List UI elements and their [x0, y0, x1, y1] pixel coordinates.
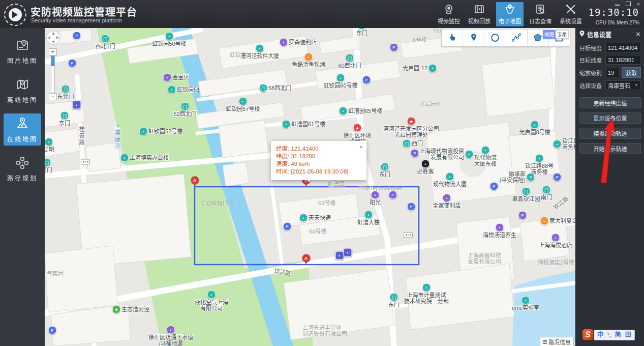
map-poi-icon[interactable]: ★	[353, 124, 362, 132]
map-poi-icon[interactable]: ▪	[522, 296, 530, 305]
map-type-map[interactable]: 地图	[543, 30, 556, 39]
map-poi-icon[interactable]: 门	[259, 84, 268, 93]
map-poi-icon[interactable]: ▪	[551, 234, 560, 242]
map-poi-icon[interactable]: ▪	[299, 214, 308, 222]
simulate-track-button[interactable]: 模拟运动轨迹	[579, 128, 641, 139]
zoom-in-button[interactable]: +	[49, 48, 57, 55]
zoom-slider[interactable]	[51, 55, 55, 93]
map-poi-icon[interactable]: P	[48, 326, 57, 335]
map-poi-icon[interactable]: ▪	[256, 44, 264, 53]
map-poi-icon[interactable]: ¥	[527, 173, 535, 182]
sidebar-item-online-map[interactable]: 在线地图	[4, 113, 41, 146]
map-poi-icon[interactable]: ▪	[120, 154, 129, 162]
nav-e-map[interactable]: 电子地图	[496, 2, 524, 26]
map-poi-icon[interactable]: ▪	[139, 127, 148, 136]
traffic-light-icon[interactable]	[81, 159, 90, 165]
map-poi-icon[interactable]: ▪	[165, 32, 174, 41]
show-device-position-button[interactable]: 显示设备位置	[579, 112, 641, 124]
zoom-level-input[interactable]: 19	[605, 68, 620, 77]
ime-punctuation-mode[interactable]: °,	[607, 330, 611, 340]
map-poi-icon[interactable]: ▪	[531, 121, 539, 129]
map-poi-icon[interactable]: ▪	[465, 150, 474, 159]
map-poi-icon[interactable]: 门	[101, 35, 110, 43]
nav-system-settings[interactable]: 系统设置	[557, 2, 585, 26]
map-poi-icon[interactable]: ▪	[540, 217, 549, 225]
window-minimize-icon[interactable]	[615, 2, 620, 7]
map-poi-icon[interactable]: P	[411, 149, 419, 158]
ime-chinese-mode[interactable]: 中	[597, 330, 603, 340]
map-poi-icon[interactable]: ▪	[422, 283, 431, 292]
map-poi-icon[interactable]: P	[283, 222, 292, 231]
map-poi-icon[interactable]: P	[518, 211, 527, 220]
map-poi-icon[interactable]: ▪	[428, 64, 437, 73]
map-poi-icon[interactable]: ▪	[45, 138, 53, 147]
map-poi-icon[interactable]: ▪	[336, 74, 345, 82]
popup-close-icon[interactable]: ×	[359, 143, 363, 151]
map-poi-icon[interactable]: 门	[542, 186, 551, 194]
start-show-track-button[interactable]: 开始显示轨迹	[579, 143, 641, 154]
map-poi-icon[interactable]: ♣	[112, 305, 121, 314]
map-poi-icon[interactable]: ▪	[481, 146, 490, 155]
map-poi-icon[interactable]: ▪	[339, 107, 348, 116]
map-poi-icon[interactable]: ▪	[207, 291, 216, 299]
update-coordinates-button[interactable]: 更新经纬度值	[579, 97, 641, 108]
pan-hand-tool[interactable]	[442, 30, 463, 46]
map-poi-icon[interactable]: ▪	[73, 101, 81, 109]
map-poi-icon[interactable]: ▪	[282, 120, 291, 129]
map-poi-icon[interactable]: P	[407, 203, 416, 211]
sogou-logo-icon[interactable]: S	[582, 329, 593, 340]
map-poi-icon[interactable]: ▪	[553, 140, 562, 149]
map-poi-icon[interactable]: P	[68, 59, 77, 68]
device-select[interactable]: 海康萤石 ▼	[605, 80, 641, 90]
map-poi-icon[interactable]: P	[390, 43, 398, 52]
map-poi-icon[interactable]: ▪	[421, 160, 430, 168]
map-poi-icon[interactable]: P	[73, 32, 81, 40]
sidebar-item-offline-map[interactable]: 离线地图	[4, 74, 41, 106]
window-restore-icon[interactable]	[626, 2, 631, 7]
map-poi-icon[interactable]: 门	[60, 111, 69, 120]
map-poi-icon[interactable]: ▪	[304, 53, 313, 62]
target-longitude-input[interactable]: 121.414004	[605, 43, 641, 52]
map-poi-icon[interactable]: 门	[381, 163, 389, 171]
map-poi-icon[interactable]: ▪	[167, 326, 175, 334]
nav-log-query[interactable]: 日志查询	[527, 2, 554, 26]
compass-control[interactable]	[46, 30, 61, 47]
track-point-marker[interactable]: A	[191, 177, 199, 184]
get-button[interactable]: 获取	[622, 67, 641, 78]
map-poi-icon[interactable]: ▪	[335, 251, 344, 260]
map-poi-icon[interactable]: ▪	[280, 38, 288, 47]
circle-tool[interactable]	[484, 30, 506, 46]
map-poi-icon[interactable]: ▪	[443, 194, 451, 203]
target-latitude-input[interactable]: 31.182801	[605, 55, 641, 65]
map-type-satellite[interactable]: 卫星	[556, 30, 569, 39]
map-poi-icon[interactable]: 门	[358, 28, 366, 30]
map-poi-icon[interactable]: ▪	[446, 172, 454, 181]
track-point-marker[interactable]: A	[302, 254, 310, 262]
map-poi-icon[interactable]: ▪	[371, 191, 380, 199]
sidebar-item-picture-map[interactable]: 图片地图	[4, 35, 41, 67]
ime-simplified-mode[interactable]: 简	[615, 330, 621, 340]
nav-video-playback[interactable]: 视频回放	[466, 2, 493, 26]
map-poi-icon[interactable]: ▪	[364, 211, 373, 219]
nav-video-monitor[interactable]: 视频监控	[435, 2, 463, 26]
polyline-tool[interactable]	[506, 30, 528, 46]
sidebar-item-route-planning[interactable]: 路径规划	[4, 153, 41, 185]
traffic-light-icon[interactable]	[404, 233, 413, 238]
map-poi-icon[interactable]: 门	[403, 139, 411, 148]
traffic-info-button[interactable]: 路况信息	[540, 337, 574, 346]
map-poi-icon[interactable]: ▪	[163, 73, 172, 82]
map-poi-icon[interactable]: P	[490, 182, 499, 191]
map-poi-icon[interactable]: P	[389, 191, 397, 199]
map-poi-icon[interactable]: 门	[62, 85, 70, 94]
map-poi-icon[interactable]: ▪	[535, 154, 544, 163]
marker-tool[interactable]	[463, 30, 484, 46]
map-poi-icon[interactable]: ▪	[344, 248, 352, 257]
map-poi-icon[interactable]: ▪	[168, 85, 176, 94]
map-poi-icon[interactable]: ★	[407, 117, 416, 126]
map-poi-icon[interactable]: 门	[346, 54, 354, 63]
map-poi-icon[interactable]: 门	[390, 293, 398, 302]
map-poi-icon[interactable]: P	[553, 173, 562, 182]
ime-grid-icon[interactable]: 田	[625, 330, 631, 340]
zoom-out-button[interactable]: −	[49, 93, 57, 100]
map-canvas[interactable]: PP▪门东北门门东门▪立明门南门门西北1门▪虹钦园50号楼▪金宝贝▪虹钦园51门…	[45, 28, 575, 346]
